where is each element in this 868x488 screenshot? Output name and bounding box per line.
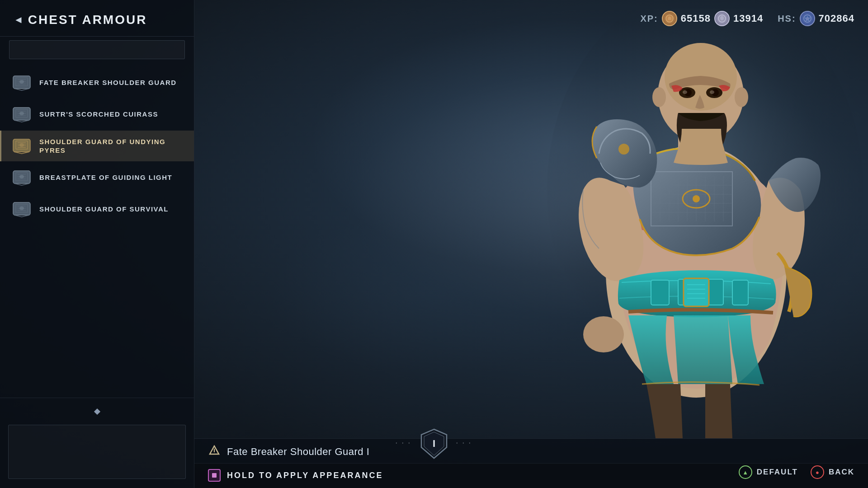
page-title: CHEST ARMOUR (28, 13, 147, 27)
apply-action-label: HOLD TO APPLY APPEARANCE (227, 471, 383, 480)
svg-rect-8 (684, 278, 709, 306)
search-bar[interactable] (9, 40, 185, 59)
svg-point-9 (618, 144, 629, 155)
armor-item-fate-breaker-shoulder[interactable]: FATE BREAKER SHOULDER GUARD (0, 67, 194, 98)
svg-rect-4 (651, 280, 669, 305)
back-button[interactable]: ● BACK (811, 465, 854, 479)
bottom-right-buttons: ▲ DEFAULT ● BACK (739, 465, 854, 479)
armor-list: FATE BREAKER SHOULDER GUARD SURTR'S SCOR… (0, 67, 194, 394)
back-circle-icon: ● (811, 465, 824, 479)
top-hud: XP: 65158 13914 HS: 702864 (640, 11, 854, 26)
scroll-diamond-icon (94, 408, 100, 414)
armor-item-name: SHOULDER GUARD OF SURVIVAL (39, 205, 169, 214)
armor-item-name: BREASTPLATE OF GUIDING LIGHT (39, 173, 172, 182)
description-box (8, 425, 186, 479)
hud-hs-group: HS: 702864 (778, 11, 854, 26)
back-label: BACK (829, 468, 854, 477)
hud-xp-group: XP: 65158 13914 (640, 11, 763, 26)
default-button[interactable]: ▲ DEFAULT (739, 465, 798, 479)
level-badge-area: ᛫᛫᛫ I ᛫᛫᛫ (394, 428, 474, 461)
svg-point-20 (735, 87, 748, 107)
default-label: DEFAULT (757, 468, 798, 477)
xp2-icon (714, 11, 730, 26)
level-number: I (433, 438, 435, 450)
armor-item-name: FATE BREAKER SHOULDER GUARD (39, 78, 177, 87)
armor-item-icon (11, 137, 32, 155)
item-name-bar: Fate Breaker Shoulder Guard I (194, 438, 868, 463)
xp2-value: 13914 (733, 13, 763, 24)
item-icon (208, 445, 221, 459)
svg-point-29 (19, 175, 24, 178)
svg-point-34 (720, 16, 724, 20)
svg-point-25 (19, 112, 24, 115)
armor-item-icon (11, 74, 32, 92)
default-circle-icon: ▲ (739, 465, 752, 479)
svg-point-3 (693, 195, 700, 202)
svg-rect-7 (732, 280, 748, 305)
svg-point-19 (652, 87, 666, 107)
armor-item-surtrs-scorched[interactable]: SURTR'S SCORCHED CUIRASS (0, 99, 194, 130)
xp1-icon (662, 11, 677, 26)
svg-point-17 (683, 90, 687, 94)
left-panel: ◄ CHEST ARMOUR FATE BREAKER SHOULDER GUA… (0, 0, 194, 488)
scroll-area (0, 398, 194, 425)
armor-item-name: SURTR'S SCORCHED CUIRASS (39, 110, 158, 119)
armor-item-icon (11, 169, 32, 187)
xp-label: XP: (640, 14, 658, 24)
armor-item-shoulder-guard-survival[interactable]: SHOULDER GUARD OF SURVIVAL (0, 194, 194, 225)
svg-point-31 (19, 206, 24, 210)
svg-point-23 (19, 80, 24, 84)
svg-point-27 (19, 143, 24, 147)
panel-header: ◄ CHEST ARMOUR (0, 0, 194, 37)
apply-button-icon[interactable] (208, 469, 221, 482)
armor-item-shoulder-guard-undying[interactable]: SHOULDER GUARD OF UNDYING PYRES (0, 131, 194, 161)
item-name-text: Fate Breaker Shoulder Guard I (227, 446, 369, 458)
hs-icon (800, 11, 815, 26)
armor-item-icon (11, 200, 32, 218)
hs-value: 702864 (819, 13, 854, 24)
back-title: ◄ CHEST ARMOUR (14, 13, 180, 27)
rune-left: ᛫᛫᛫ (394, 440, 413, 448)
xp1-value: 65158 (681, 13, 711, 24)
hs-label: HS: (778, 14, 796, 24)
bottom-overlay: Fate Breaker Shoulder Guard I HOLD TO AP… (194, 438, 868, 488)
kratos-svg (479, 9, 868, 438)
armor-item-name: SHOULDER GUARD OF UNDYING PYRES (39, 137, 184, 155)
character-portrait (194, 0, 868, 438)
armor-item-icon (11, 105, 32, 123)
armor-item-breastplate-guiding[interactable]: BREASTPLATE OF GUIDING LIGHT (0, 162, 194, 193)
level-shield: I (420, 428, 448, 459)
svg-point-18 (710, 90, 714, 94)
back-arrow-icon: ◄ (14, 14, 24, 26)
rune-right: ᛫᛫᛫ (455, 440, 474, 448)
